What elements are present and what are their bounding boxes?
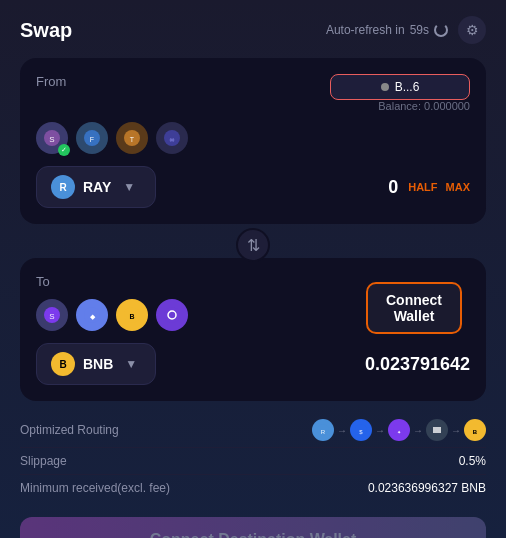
routing-label: Optimized Routing bbox=[20, 423, 119, 437]
to-eth-icon[interactable]: ◆ bbox=[76, 299, 108, 331]
slippage-row: Slippage 0.5% bbox=[20, 448, 486, 475]
slippage-value: 0.5% bbox=[459, 454, 486, 468]
route-sol-icon: $ bbox=[350, 419, 372, 441]
app-container: Swap Auto-refresh in 59s ⚙ From B...6 Ba… bbox=[0, 0, 506, 538]
svg-text:✦: ✦ bbox=[397, 429, 401, 435]
to-amount: 0.023791642 bbox=[166, 354, 470, 375]
route-arrow-1: → bbox=[337, 425, 347, 436]
connect-destination-wallet-button[interactable]: Connect Destination Wallet bbox=[20, 517, 486, 538]
refresh-spin-icon bbox=[434, 23, 448, 37]
route-ray-icon: R bbox=[312, 419, 334, 441]
chevron-down-icon: ▼ bbox=[123, 180, 135, 194]
route-ser-icon: ✦ bbox=[388, 419, 410, 441]
to-card: To Connect Wallet S ◆ B bbox=[20, 258, 486, 401]
check-icon: ✓ bbox=[58, 144, 70, 156]
to-token-selector-row: B BNB ▼ 0.023791642 bbox=[36, 343, 470, 385]
header: Swap Auto-refresh in 59s ⚙ bbox=[20, 16, 486, 44]
svg-text:∞: ∞ bbox=[170, 136, 175, 143]
auto-refresh-indicator: Auto-refresh in 59s bbox=[326, 23, 448, 37]
serum-token-icon[interactable]: S ✓ bbox=[36, 122, 68, 154]
header-right: Auto-refresh in 59s ⚙ bbox=[326, 16, 486, 44]
routing-row: Optimized Routing R → $ → ✦ → → bbox=[20, 413, 486, 448]
to-token-selector[interactable]: B BNB ▼ bbox=[36, 343, 156, 385]
swap-arrow-button[interactable]: ⇅ bbox=[236, 228, 270, 262]
max-button[interactable]: MAX bbox=[446, 181, 470, 193]
min-received-value: 0.023636996327 BNB bbox=[368, 481, 486, 495]
route-arrow-4: → bbox=[451, 425, 461, 436]
to-serum-icon[interactable]: S bbox=[36, 299, 68, 331]
bnb-token-icon: B bbox=[51, 352, 75, 376]
to-chevron-down-icon: ▼ bbox=[125, 357, 137, 371]
wallet-dot-icon bbox=[381, 83, 389, 91]
route-bnb-icon: B bbox=[464, 419, 486, 441]
auto-refresh-seconds: 59s bbox=[410, 23, 429, 37]
wallet-address-badge: B...6 bbox=[330, 74, 470, 100]
svg-text:B: B bbox=[473, 429, 478, 435]
from-token-selector-row: R RAY ▼ 0 HALF MAX bbox=[36, 166, 470, 208]
min-received-row: Minimum received(excl. fee) 0.0236369963… bbox=[20, 475, 486, 501]
routing-icons: R → $ → ✦ → → B bbox=[312, 419, 486, 441]
svg-text:S: S bbox=[49, 312, 54, 321]
connect-wallet-area: Connect Wallet bbox=[374, 270, 474, 334]
svg-text:F: F bbox=[90, 136, 94, 143]
svg-text:S: S bbox=[49, 135, 54, 144]
balance-display: Balance: 0.000000 bbox=[330, 100, 470, 112]
min-received-label: Minimum received(excl. fee) bbox=[20, 481, 170, 495]
half-button[interactable]: HALF bbox=[408, 181, 437, 193]
from-card: From B...6 Balance: 0.000000 S ✓ F bbox=[20, 58, 486, 224]
from-amount[interactable]: 0 bbox=[166, 177, 398, 198]
auto-refresh-label: Auto-refresh in bbox=[326, 23, 405, 37]
swap-arrows-icon: ⇅ bbox=[247, 236, 260, 255]
to-orbs-icon[interactable] bbox=[156, 299, 188, 331]
ray-token-icon: R bbox=[51, 175, 75, 199]
route-stripe-icon bbox=[426, 419, 448, 441]
svg-text:B: B bbox=[129, 313, 134, 320]
terra-token-icon[interactable]: T bbox=[116, 122, 148, 154]
swap-direction-toggle[interactable]: ⇅ bbox=[20, 228, 486, 262]
info-section: Optimized Routing R → $ → ✦ → → bbox=[20, 409, 486, 505]
svg-text:T: T bbox=[130, 136, 135, 143]
to-token-name: BNB bbox=[83, 356, 113, 372]
svg-text:R: R bbox=[321, 429, 326, 435]
connect-wallet-button[interactable]: Connect Wallet bbox=[366, 282, 462, 334]
gear-icon: ⚙ bbox=[466, 22, 479, 38]
from-label: From bbox=[36, 74, 66, 89]
half-max-buttons: HALF MAX bbox=[408, 181, 470, 193]
ftx-token-icon[interactable]: F bbox=[76, 122, 108, 154]
settings-button[interactable]: ⚙ bbox=[458, 16, 486, 44]
page-title: Swap bbox=[20, 19, 72, 42]
route-arrow-3: → bbox=[413, 425, 423, 436]
route-arrow-2: → bbox=[375, 425, 385, 436]
link-token-icon[interactable]: ∞ bbox=[156, 122, 188, 154]
to-bnb-icon[interactable]: B bbox=[116, 299, 148, 331]
from-token-selector[interactable]: R RAY ▼ bbox=[36, 166, 156, 208]
slippage-label: Slippage bbox=[20, 454, 67, 468]
from-token-icons-row: S ✓ F T ∞ bbox=[36, 122, 470, 154]
svg-point-16 bbox=[164, 307, 180, 323]
from-token-name: RAY bbox=[83, 179, 111, 195]
wallet-address: B...6 bbox=[395, 80, 420, 94]
